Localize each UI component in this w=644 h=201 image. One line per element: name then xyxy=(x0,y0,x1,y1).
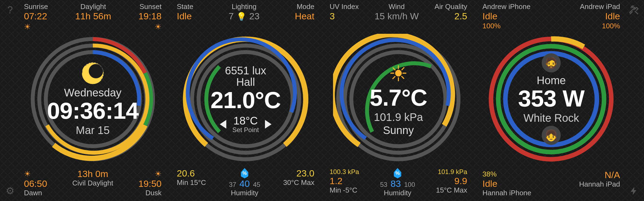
lux-value: 6551 lux xyxy=(225,65,266,76)
weekday: Wednesday xyxy=(64,87,121,98)
outdoor-temp: 5.7°C xyxy=(370,85,427,110)
stat-hannah-iphone: 38% Idle Hannah iPhone xyxy=(483,170,531,197)
room-temp: 21.0°C xyxy=(210,88,281,112)
power-icon[interactable] xyxy=(627,184,641,198)
presence-title: Home xyxy=(537,75,566,86)
stat-uv: UV Index 3 xyxy=(330,3,359,22)
stat-wind: Wind 15 km/h W xyxy=(374,3,419,22)
clock-date: Mar 15 xyxy=(76,124,110,136)
stat-indoor-humidity: % 37 40 45 Humidity xyxy=(229,168,260,197)
stat-outdoor-min: 100.3 kPa 1.2 Min -5°C xyxy=(330,168,359,197)
humidity-icon: % xyxy=(393,168,402,178)
stat-indoor-max: 23.0 30°C Max xyxy=(283,168,314,197)
stat-civil: 13h 0m Civil Daylight xyxy=(72,169,113,197)
location: White Rock xyxy=(523,112,579,124)
stat-lighting: Lighting 7 💡 23 xyxy=(228,3,260,22)
pressure: 101.9 kPa xyxy=(374,111,423,123)
setpoint-up-button[interactable] xyxy=(265,120,271,129)
humidity-icon: % xyxy=(240,168,249,178)
stat-dusk: ☀ 19:50 Dusk xyxy=(138,169,161,197)
settings-icon[interactable]: ⚙ xyxy=(3,184,17,198)
dawn-icon: ☀ xyxy=(24,170,31,178)
panel-thermostat: State Idle Lighting 7 💡 23 Mode Heat xyxy=(169,0,322,201)
stat-indoor-min: 20.6 Min 15°C xyxy=(177,168,206,197)
panel-clock: Sunrise 07:22 ☀ Daylight 11h 56m Sunset … xyxy=(16,0,169,201)
stat-mode: Mode Heat xyxy=(295,3,315,22)
room-name: Hall xyxy=(236,76,255,88)
avatar-andrew: 🧔 xyxy=(542,53,561,72)
sun-icon: ☀ xyxy=(389,62,408,85)
setpoint: 18°C Set Point xyxy=(232,115,259,133)
avatar-hannah: 👧 xyxy=(542,126,561,145)
tools-icon[interactable] xyxy=(627,3,641,17)
condition: Sunny xyxy=(383,124,414,136)
stat-hannah-ipad: N/A Hannah iPad xyxy=(579,170,620,197)
stat-state: State Idle xyxy=(177,3,193,22)
power-usage: 353 W xyxy=(518,86,585,111)
panel-weather: UV Index 3 Wind 15 km/h W Air Quality 2.… xyxy=(322,0,475,201)
help-icon[interactable]: ? xyxy=(3,3,17,17)
stat-dawn: ☀ 06:50 Dawn xyxy=(24,169,47,197)
bulb-icon: 💡 xyxy=(236,12,246,22)
setpoint-down-button[interactable] xyxy=(220,120,226,129)
moon-icon xyxy=(82,62,104,84)
stat-airquality: Air Quality 2.5 xyxy=(435,3,467,22)
stat-outdoor-humidity: % 53 83 100 Humidity xyxy=(380,168,415,197)
dashboard: Sunrise 07:22 ☀ Daylight 11h 56m Sunset … xyxy=(16,0,628,201)
clock-time: 09:36:14 xyxy=(47,98,138,123)
stat-outdoor-max: 101.9 kPa 9.9 15°C Max xyxy=(436,168,467,197)
dusk-icon: ☀ xyxy=(155,170,161,178)
panel-presence: Andrew iPhone Idle 100% Andrew iPad Idle… xyxy=(475,0,628,201)
